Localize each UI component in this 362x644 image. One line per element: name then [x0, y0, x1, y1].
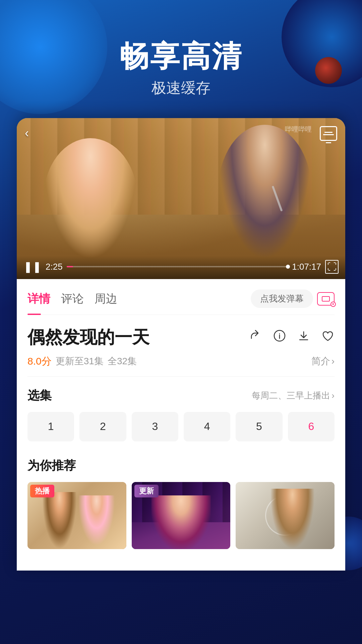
episode-6[interactable]: 6: [288, 412, 335, 441]
episode-3[interactable]: 3: [132, 412, 178, 441]
rec-item-2[interactable]: 更新: [132, 482, 231, 549]
bottom-spacer: [27, 554, 335, 571]
watermark: 哔哩哔哩: [285, 125, 312, 134]
tab-details[interactable]: 详情: [27, 288, 61, 309]
progress-fill: [67, 266, 73, 267]
title-row: 偶然发现的一天: [27, 315, 335, 355]
danmaku-heart: ♥: [330, 302, 336, 307]
update-text: 更新至31集: [56, 355, 104, 368]
back-button[interactable]: ‹: [25, 126, 29, 140]
progress-bar[interactable]: [67, 266, 288, 267]
rec-grid: 热播 更新: [27, 482, 335, 549]
rec-item-1[interactable]: 热播: [27, 482, 126, 549]
hero-subtitle: 极速缓存: [0, 78, 362, 98]
episode-grid: 1 2 3 4 5 6: [27, 412, 335, 452]
score: 8.0分: [27, 355, 52, 368]
episode-5[interactable]: 5: [236, 412, 282, 441]
download-button[interactable]: [297, 329, 310, 345]
episode-1[interactable]: 1: [27, 412, 74, 441]
episode-2[interactable]: 2: [79, 412, 126, 441]
figure-girl: [44, 138, 137, 259]
detail-section: 详情 评论 周边 点我发弹幕 ♥ 偶然发现的一天: [17, 279, 345, 571]
recommendation-section: 为你推荐 热播: [27, 452, 335, 554]
rec-section-title: 为你推荐: [27, 458, 335, 482]
rec-badge-1: 热播: [30, 485, 54, 497]
tv-cast-icon: [320, 126, 337, 141]
hero-title: 畅享高清: [0, 40, 362, 73]
action-icons: [249, 329, 335, 345]
time-current: 2:25: [46, 262, 63, 272]
rec-badge-2: 更新: [134, 485, 159, 497]
like-button[interactable]: [321, 329, 335, 345]
pause-button[interactable]: ❚❚: [23, 260, 42, 273]
video-controls: ❚❚ 2:25 1:07:17 ⛶: [17, 256, 345, 279]
intro-link[interactable]: 简介 ›: [311, 355, 335, 368]
share-button[interactable]: [249, 329, 262, 345]
danmaku-settings-button[interactable]: ♥: [317, 292, 335, 306]
progress-handle[interactable]: [286, 265, 290, 269]
episode-section-header: 选集 每周二、三早上播出 ›: [27, 377, 335, 412]
meta-row: 8.0分 更新至31集 全32集 简介 ›: [27, 355, 335, 377]
info-button[interactable]: [273, 329, 286, 345]
episode-4[interactable]: 4: [184, 412, 230, 441]
fullscreen-button[interactable]: ⛶: [325, 260, 339, 274]
main-card: ‹ 哔哩哔哩 ❚❚ 2:25 1:07:17 ⛶: [17, 118, 345, 571]
rec-item-3[interactable]: [236, 482, 335, 549]
total-text: 全32集: [108, 355, 137, 368]
time-total: 1:07:17: [292, 262, 321, 272]
drama-title: 偶然发现的一天: [27, 326, 238, 349]
cast-button[interactable]: [320, 126, 337, 141]
tab-bar: 详情 评论 周边 点我发弹幕 ♥: [27, 279, 335, 315]
video-player[interactable]: ‹ 哔哩哔哩 ❚❚ 2:25 1:07:17 ⛶: [17, 118, 345, 279]
figure-boy: [218, 125, 312, 259]
episode-section-title: 选集: [27, 387, 52, 404]
video-thumbnail: [17, 118, 345, 279]
tab-periphery[interactable]: 周边: [95, 288, 128, 309]
episode-schedule[interactable]: 每周二、三早上播出 ›: [252, 390, 335, 401]
tab-comments[interactable]: 评论: [61, 288, 95, 309]
danmaku-icon: [322, 296, 330, 302]
hero-section: 畅享高清 极速缓存: [0, 0, 362, 118]
danmaku-input-button[interactable]: 点我发弹幕: [251, 289, 313, 308]
